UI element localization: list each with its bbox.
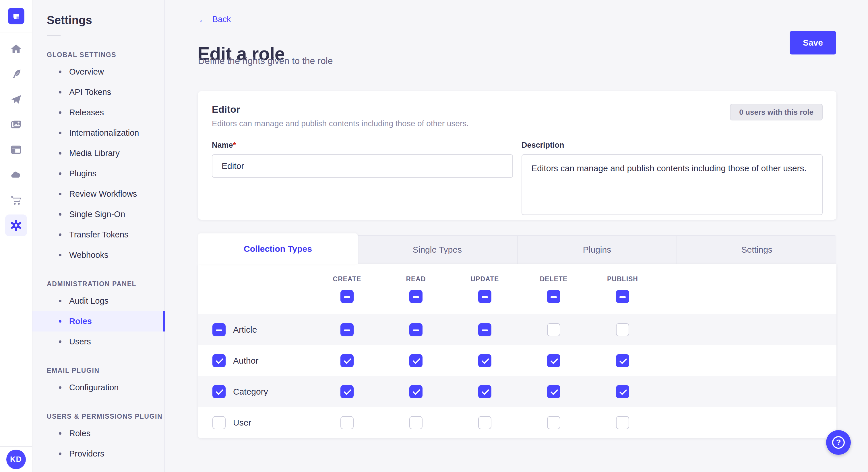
sidebar-item-overview[interactable]: Overview (32, 62, 164, 82)
permission-cell (313, 385, 381, 398)
tab-collection-types[interactable]: Collection Types (198, 233, 358, 264)
row-label-cell: Category (212, 385, 313, 398)
cloud-icon[interactable] (0, 164, 32, 186)
sidebar-title-divider (47, 35, 61, 36)
user-delete-checkbox[interactable] (547, 416, 560, 429)
page-subtitle: Define the rights given to the role (198, 56, 333, 66)
bullet-dot-icon (59, 233, 61, 236)
user-create-checkbox[interactable] (340, 416, 353, 429)
sidebar-item-label: Configuration (69, 383, 119, 392)
sidebar-item-label: Internationalization (69, 128, 139, 138)
select-all-create-checkbox[interactable] (340, 290, 353, 303)
category-update-checkbox[interactable] (478, 385, 491, 398)
sidebar-item-label: Releases (69, 108, 104, 117)
marketplace-cart-icon[interactable] (0, 189, 32, 211)
category-delete-checkbox[interactable] (547, 385, 560, 398)
column-label: Read (406, 275, 426, 283)
app-root: KD Settings Global SettingsOverviewAPI T… (0, 0, 868, 472)
bullet-dot-icon (59, 213, 61, 216)
settings-sidebar: Settings Global SettingsOverviewAPI Toke… (32, 0, 165, 472)
user-read-checkbox[interactable] (409, 416, 423, 429)
select-row-category-checkbox[interactable] (212, 385, 226, 398)
sidebar-item-releases[interactable]: Releases (32, 102, 164, 123)
author-create-checkbox[interactable] (340, 354, 353, 367)
sidebar-item-roles[interactable]: Roles (32, 311, 164, 332)
permission-cell (381, 385, 451, 398)
sidebar-item-users[interactable]: Users (32, 332, 164, 352)
release-send-icon[interactable] (0, 88, 32, 110)
sidebar-item-providers[interactable]: Providers (32, 444, 164, 464)
article-delete-checkbox[interactable] (547, 323, 560, 336)
sidebar-section-heading: Users & Permissions Plugin (32, 413, 164, 420)
icon-rail: KD (0, 0, 32, 472)
permission-row-author: Author (198, 345, 836, 376)
save-button[interactable]: Save (789, 31, 836, 55)
tab-plugins[interactable]: Plugins (517, 236, 677, 264)
sidebar-item-audit-logs[interactable]: Audit Logs (32, 291, 164, 311)
users-with-role-button[interactable]: 0 users with this role (730, 104, 823, 121)
sidebar-item-label: Single Sign-On (69, 210, 125, 219)
bullet-dot-icon (59, 254, 61, 256)
back-link[interactable]: ← Back (198, 14, 231, 24)
permissions-table: CreateReadUpdateDeletePublish ArticleAut… (198, 264, 836, 438)
permission-cell (451, 354, 519, 367)
category-read-checkbox[interactable] (409, 385, 423, 398)
sidebar-item-media-library[interactable]: Media Library (32, 143, 164, 164)
tab-single-types[interactable]: Single Types (358, 236, 517, 264)
sidebar-item-label: Transfer Tokens (69, 230, 128, 239)
sidebar-item-internationalization[interactable]: Internationalization (32, 123, 164, 143)
permission-cell (451, 385, 519, 398)
question-mark-icon: ? (832, 436, 845, 449)
category-publish-checkbox[interactable] (616, 385, 629, 398)
permission-cell (451, 323, 519, 336)
tab-settings[interactable]: Settings (677, 236, 836, 264)
bullet-dot-icon (59, 91, 61, 94)
sidebar-item-single-sign-on[interactable]: Single Sign-On (32, 204, 164, 225)
author-read-checkbox[interactable] (409, 354, 423, 367)
article-update-checkbox[interactable] (478, 323, 491, 336)
permission-cell (519, 354, 588, 367)
author-publish-checkbox[interactable] (616, 354, 629, 367)
user-publish-checkbox[interactable] (616, 416, 629, 429)
article-publish-checkbox[interactable] (616, 323, 629, 336)
select-all-read-checkbox[interactable] (409, 290, 423, 303)
select-all-delete-checkbox[interactable] (547, 290, 560, 303)
sidebar-item-configuration[interactable]: Configuration (32, 377, 164, 398)
bullet-dot-icon (59, 300, 61, 302)
permission-cell (313, 323, 381, 336)
bullet-dot-icon (59, 193, 61, 195)
article-read-checkbox[interactable] (409, 323, 423, 336)
strapi-logo-icon[interactable] (8, 8, 24, 24)
column-label: Create (333, 275, 361, 283)
select-all-update-checkbox[interactable] (478, 290, 491, 303)
author-delete-checkbox[interactable] (547, 354, 560, 367)
sidebar-item-roles[interactable]: Roles (32, 423, 164, 444)
select-row-author-checkbox[interactable] (212, 354, 226, 367)
permission-cell (381, 354, 451, 367)
sidebar-item-plugins[interactable]: Plugins (32, 164, 164, 184)
content-feather-icon[interactable] (0, 63, 32, 85)
settings-gear-icon[interactable] (0, 214, 32, 236)
bullet-dot-icon (59, 132, 61, 134)
sidebar-item-api-tokens[interactable]: API Tokens (32, 82, 164, 102)
sidebar-item-label: Users (69, 337, 91, 346)
select-all-publish-checkbox[interactable] (616, 290, 629, 303)
permission-row-category: Category (198, 376, 836, 407)
user-avatar[interactable]: KD (6, 450, 26, 469)
author-update-checkbox[interactable] (478, 354, 491, 367)
media-library-icon[interactable] (0, 113, 32, 135)
select-row-user-checkbox[interactable] (212, 416, 226, 429)
role-name-input[interactable] (212, 154, 513, 178)
row-label-cell: Article (212, 323, 313, 336)
article-create-checkbox[interactable] (340, 323, 353, 336)
sidebar-item-review-workflows[interactable]: Review Workflows (32, 184, 164, 204)
category-create-checkbox[interactable] (340, 385, 353, 398)
content-type-builder-icon[interactable] (0, 139, 32, 161)
select-row-article-checkbox[interactable] (212, 323, 226, 336)
sidebar-item-transfer-tokens[interactable]: Transfer Tokens (32, 225, 164, 245)
home-icon[interactable] (0, 38, 32, 60)
help-button[interactable]: ? (826, 430, 851, 455)
user-update-checkbox[interactable] (478, 416, 491, 429)
role-description-input[interactable] (522, 154, 823, 215)
sidebar-item-webhooks[interactable]: Webhooks (32, 245, 164, 265)
